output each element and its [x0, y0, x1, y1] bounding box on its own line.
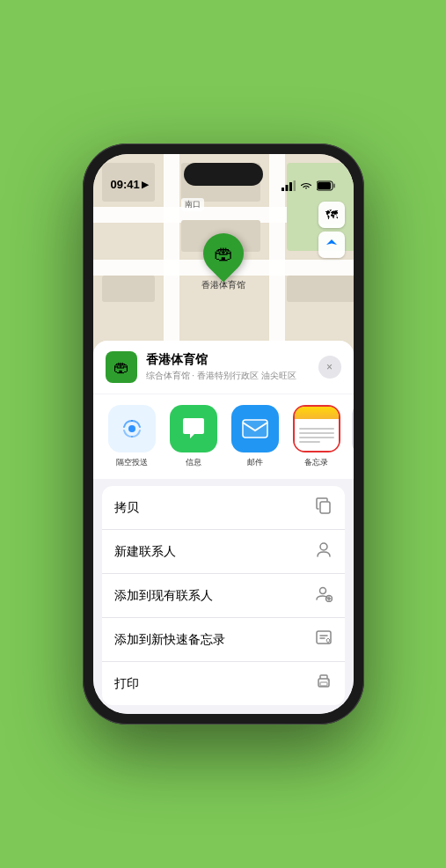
notes-label: 备忘录: [304, 457, 328, 468]
notes-line-1: [299, 428, 334, 430]
status-icons: [281, 180, 336, 191]
venue-name: 香港体育馆: [146, 352, 310, 368]
bottom-sheet: 🏟 香港体育馆 综合体育馆 · 香港特别行政区 油尖旺区 ×: [93, 341, 354, 714]
notes-inner: [295, 407, 339, 451]
copy-label: 拷贝: [114, 500, 139, 516]
svg-rect-8: [243, 420, 267, 438]
messages-label: 信息: [186, 457, 201, 468]
add-quick-note-label: 添加到新快速备忘录: [114, 632, 225, 648]
location-button[interactable]: [318, 232, 345, 258]
close-button[interactable]: ×: [318, 356, 341, 379]
share-notes[interactable]: 备忘录: [290, 405, 343, 468]
print-label: 打印: [114, 676, 139, 692]
mail-icon: [241, 418, 269, 439]
action-list: 拷贝 新建联系人: [102, 486, 345, 705]
copy-icon: [315, 497, 333, 519]
svg-rect-10: [320, 502, 330, 513]
messages-icon: [180, 416, 207, 441]
notes-top-bar: [295, 407, 339, 419]
map-button-layer: 🗺: [318, 202, 345, 258]
venue-icon: 🏟: [106, 351, 137, 383]
venue-subtitle: 综合体育馆 · 香港特别行政区 油尖旺区: [146, 370, 310, 382]
share-mail[interactable]: 邮件: [229, 405, 281, 468]
svg-point-17: [327, 680, 329, 681]
map-pin: 🏟 香港体育馆: [201, 233, 245, 291]
pin-icon: 🏟: [214, 242, 233, 265]
signal-icon: [281, 180, 296, 191]
notes-line-4: [299, 441, 320, 443]
print-action[interactable]: 打印: [102, 662, 345, 705]
venue-card: 🏟 香港体育馆 综合体育馆 · 香港特别行政区 油尖旺区 ×: [93, 341, 354, 394]
svg-rect-2: [289, 182, 292, 191]
wifi-icon: [300, 180, 312, 191]
svg-point-11: [320, 543, 327, 550]
new-contact-icon: [315, 541, 333, 563]
add-existing-contact-action[interactable]: 添加到现有联系人: [102, 574, 345, 618]
pin-circle: 🏟: [194, 224, 252, 282]
copy-action[interactable]: 拷贝: [102, 486, 345, 530]
mail-icon-wrap: [231, 405, 279, 452]
battery-icon: [317, 180, 336, 191]
svg-point-7: [128, 425, 135, 432]
add-contact-icon: [315, 585, 333, 607]
notes-line-3: [299, 437, 334, 438]
venue-info: 香港体育馆 综合体育馆 · 香港特别行政区 油尖旺区: [146, 352, 310, 382]
share-more-partial: [352, 405, 354, 468]
svg-rect-16: [320, 682, 327, 686]
new-contact-label: 新建联系人: [114, 544, 176, 560]
share-row: 隔空投送 信息: [93, 394, 354, 479]
status-time: 09:41 ▶: [111, 178, 149, 191]
notes-line-2: [299, 432, 334, 434]
new-contact-action[interactable]: 新建联系人: [102, 530, 345, 574]
location-arrow-icon: [325, 239, 338, 251]
airdrop-icon: [119, 416, 145, 442]
mail-label: 邮件: [247, 457, 263, 468]
quick-note-icon: [315, 629, 333, 651]
add-quick-note-action[interactable]: 添加到新快速备忘录: [102, 618, 345, 662]
notes-icon-wrap: [293, 405, 340, 452]
location-icon: ▶: [142, 180, 149, 189]
share-messages[interactable]: 信息: [167, 405, 220, 468]
dynamic-island: [184, 163, 263, 186]
phone-screen: 09:41 ▶: [93, 154, 354, 714]
svg-point-12: [319, 588, 325, 594]
svg-rect-6: [318, 182, 331, 189]
airdrop-label: 隔空投送: [116, 457, 148, 468]
airdrop-icon-wrap: [108, 405, 156, 452]
map-type-button[interactable]: 🗺: [318, 202, 345, 228]
phone-frame: 09:41 ▶: [83, 143, 364, 725]
print-icon: [315, 673, 333, 695]
svg-rect-0: [281, 188, 284, 191]
messages-icon-wrap: [170, 405, 217, 452]
share-airdrop[interactable]: 隔空投送: [106, 405, 158, 468]
svg-rect-1: [285, 185, 288, 191]
svg-rect-5: [333, 184, 335, 188]
notes-lines: [295, 419, 339, 451]
add-existing-label: 添加到现有联系人: [114, 588, 213, 604]
map-entrance-label: 南口: [181, 198, 204, 211]
time-display: 09:41: [111, 178, 140, 191]
svg-rect-3: [293, 180, 296, 191]
